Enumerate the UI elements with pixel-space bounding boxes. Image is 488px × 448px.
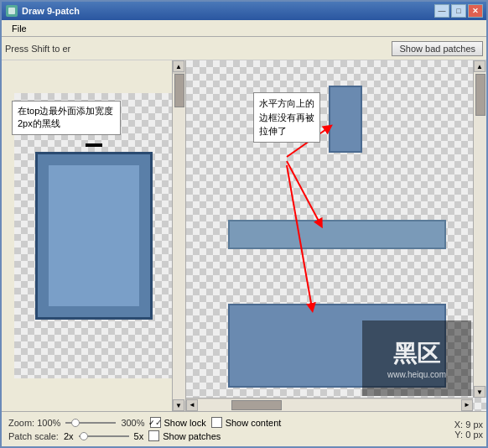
- watermark-url: www.heiqu.com: [387, 370, 446, 379]
- app-icon: [5, 4, 18, 18]
- nine-patch-inner: [48, 164, 140, 307]
- status-bar: Zoom: 100% 300% ✓ Show lock Show content: [2, 411, 486, 446]
- show-patches-checkbox[interactable]: [148, 430, 159, 441]
- scroll-left-button[interactable]: ◄: [186, 399, 198, 411]
- annotation-right: 水平方向上的边框没有再被拉伸了: [253, 92, 320, 143]
- scroll-down-button[interactable]: ▼: [173, 399, 184, 411]
- show-lock-label: Show lock: [164, 418, 206, 428]
- editor-canvas: [14, 93, 174, 378]
- scroll-right-button[interactable]: ►: [461, 399, 473, 411]
- patch-scale-value: 2x: [64, 431, 74, 441]
- close-button[interactable]: ✕: [468, 4, 483, 18]
- show-patches-label: Show patches: [163, 431, 221, 441]
- status-line-2: Patch scale: 2x 5x Show patches: [8, 430, 281, 442]
- menu-file[interactable]: File: [5, 22, 34, 35]
- patch-scale-label: Patch scale:: [8, 431, 59, 441]
- preview-patch-small: [329, 86, 362, 153]
- top-marker: [86, 143, 102, 147]
- toolbar: Press Shift to er Show bad patches: [2, 37, 486, 60]
- minimize-button[interactable]: —: [434, 4, 449, 18]
- y-coord: Y: 0 px: [386, 430, 483, 440]
- patch-scale-slider[interactable]: [79, 430, 129, 442]
- v-scroll-down[interactable]: ▼: [474, 386, 485, 398]
- show-lock-checkbox[interactable]: ✓: [150, 417, 161, 428]
- svg-line-4: [287, 161, 320, 224]
- toolbar-hint: Press Shift to er: [5, 44, 387, 54]
- show-patches-group: Show patches: [148, 430, 221, 441]
- h-scroll-thumb[interactable]: [231, 400, 282, 410]
- status-line-1: Zoom: 100% 300% ✓ Show lock Show content: [8, 417, 281, 429]
- show-content-label: Show content: [226, 418, 282, 428]
- status-coords: X: 9 px Y: 0 px: [386, 412, 486, 446]
- watermark-logo: 黑区: [393, 338, 440, 370]
- v-scroll-up[interactable]: ▲: [474, 60, 485, 72]
- h-scroll-track: [198, 399, 461, 411]
- preview-scrollbar-h[interactable]: ◄ ►: [186, 398, 473, 411]
- x-coord: X: 9 px: [386, 419, 483, 430]
- scroll-thumb[interactable]: [174, 74, 184, 107]
- zoom-slider[interactable]: [65, 417, 116, 429]
- show-content-checkbox[interactable]: [211, 417, 222, 428]
- zoom-label: Zoom: 100%: [8, 418, 60, 428]
- status-left: Zoom: 100% 300% ✓ Show lock Show content: [8, 417, 281, 442]
- v-scroll-thumb[interactable]: [475, 74, 485, 116]
- left-panel-scrollbar[interactable]: ▲ ▼: [172, 60, 185, 411]
- menu-bar: File: [2, 20, 486, 37]
- maximize-button[interactable]: □: [451, 4, 466, 18]
- nine-patch-image: [35, 152, 153, 320]
- window-title: Draw 9-patch: [22, 6, 434, 16]
- patch-scale-thumb[interactable]: [80, 432, 88, 440]
- bad-patches-button[interactable]: Show bad patches: [392, 41, 483, 56]
- v-scroll-track: [474, 72, 486, 386]
- editor-panel: 在top边最外面添加宽度2px的黑线 ▲ ▼: [2, 60, 186, 411]
- title-bar: Draw 9-patch — □ ✕: [2, 2, 486, 20]
- scroll-up-button[interactable]: ▲: [173, 60, 184, 72]
- preview-panel: 水平方向上的边框没有再被拉伸了: [186, 60, 486, 411]
- zoom-thumb[interactable]: [71, 419, 80, 427]
- watermark: 黑区 www.heiqu.com: [362, 320, 471, 396]
- annotation-left: 在top边最外面添加宽度2px的黑线: [12, 101, 121, 135]
- preview-patch-wide: [228, 220, 446, 249]
- svg-rect-1: [8, 8, 15, 14]
- zoom-max-label: 300%: [121, 418, 144, 428]
- scroll-track: [173, 74, 185, 401]
- show-lock-group: ✓ Show lock: [150, 417, 206, 428]
- window-controls: — □ ✕: [434, 4, 483, 18]
- main-content: 在top边最外面添加宽度2px的黑线 ▲ ▼: [2, 60, 486, 411]
- patch-scale-max: 5x: [134, 431, 144, 441]
- main-window: Draw 9-patch — □ ✕ File Press Shift to e…: [0, 0, 488, 448]
- preview-scrollbar-v[interactable]: ▲ ▼: [473, 60, 486, 398]
- show-content-group: Show content: [211, 417, 282, 428]
